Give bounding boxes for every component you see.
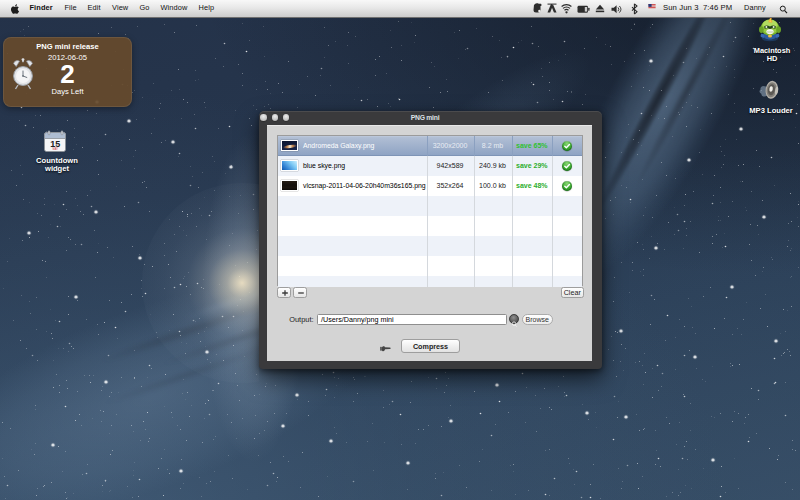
svg-text:MAY: MAY — [52, 147, 58, 151]
svg-text:15: 15 — [50, 139, 60, 149]
